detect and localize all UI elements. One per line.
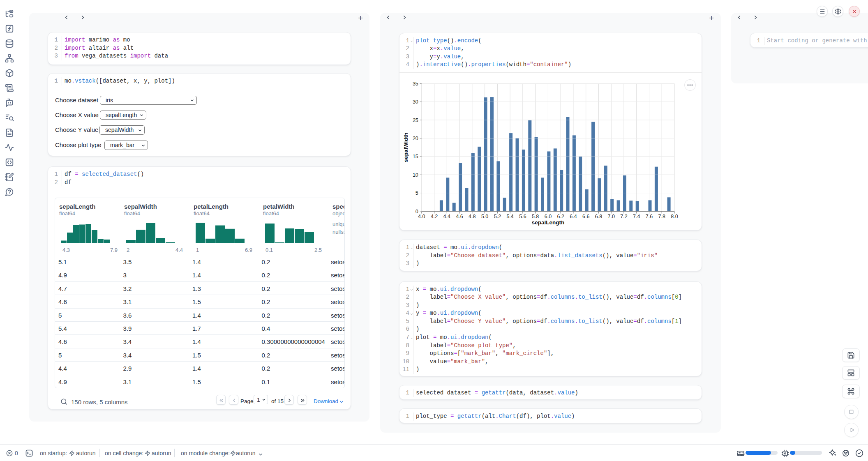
svg-text:6.4: 6.4 [570,214,577,219]
svg-text:7.2: 7.2 [620,214,627,219]
svg-text:0: 0 [416,208,418,214]
svg-text:4.6: 4.6 [456,214,463,219]
svg-text:5.4: 5.4 [506,214,513,219]
svg-text:5.0: 5.0 [481,214,488,219]
svg-text:25: 25 [413,117,418,123]
svg-text:4.4: 4.4 [443,214,450,219]
svg-text:10: 10 [413,172,418,178]
svg-text:8.0: 8.0 [671,214,678,219]
svg-text:4.2: 4.2 [431,214,438,219]
svg-text:7.0: 7.0 [608,214,615,219]
svg-text:sepalLength: sepalLength [532,219,565,225]
svg-text:6.0: 6.0 [545,214,552,219]
svg-text:7.8: 7.8 [658,214,665,219]
svg-text:7.6: 7.6 [646,214,653,219]
svg-text:35: 35 [413,81,418,87]
svg-text:15: 15 [413,154,418,159]
svg-text:7.4: 7.4 [633,214,640,219]
svg-text:sepalWidth: sepalWidth [403,133,409,162]
svg-text:20: 20 [413,136,418,141]
svg-text:4.0: 4.0 [418,214,425,219]
svg-text:5.8: 5.8 [532,214,539,219]
svg-text:6.2: 6.2 [557,214,564,219]
svg-text:5: 5 [416,190,418,196]
svg-text:4.8: 4.8 [469,214,476,219]
svg-text:6.6: 6.6 [582,214,589,219]
svg-text:5.2: 5.2 [494,214,501,219]
svg-text:5.6: 5.6 [519,214,526,219]
svg-text:30: 30 [413,99,418,105]
svg-text:6.8: 6.8 [595,214,602,219]
